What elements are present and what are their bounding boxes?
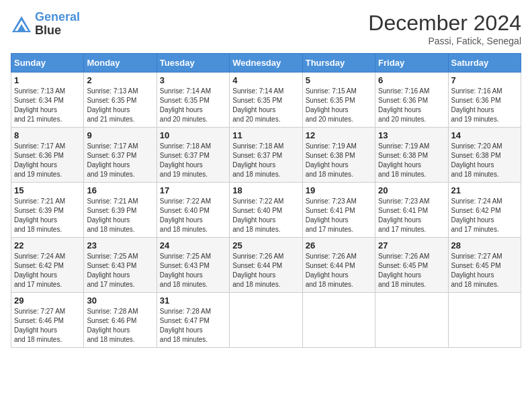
weekday-header-thursday: Thursday	[302, 54, 375, 73]
calendar-cell	[230, 293, 302, 348]
calendar-cell: 31 Sunrise: 7:28 AM Sunset: 6:47 PM Dayl…	[157, 293, 229, 348]
day-number: 25	[232, 240, 299, 250]
calendar-table: SundayMondayTuesdayWednesdayThursdayFrid…	[11, 53, 521, 348]
day-number: 4	[232, 75, 299, 85]
day-info: Sunrise: 7:14 AM Sunset: 6:35 PM Dayligh…	[232, 87, 299, 124]
calendar-week-3: 15 Sunrise: 7:21 AM Sunset: 6:39 PM Dayl…	[11, 183, 521, 238]
day-info: Sunrise: 7:25 AM Sunset: 6:43 PM Dayligh…	[87, 252, 153, 289]
calendar-cell	[302, 293, 375, 348]
calendar-cell: 13 Sunrise: 7:19 AM Sunset: 6:38 PM Dayl…	[375, 128, 448, 183]
calendar-cell: 22 Sunrise: 7:24 AM Sunset: 6:42 PM Dayl…	[11, 238, 84, 293]
calendar-header-row: SundayMondayTuesdayWednesdayThursdayFrid…	[11, 54, 521, 73]
day-info: Sunrise: 7:21 AM Sunset: 6:39 PM Dayligh…	[87, 197, 153, 234]
calendar-cell: 7 Sunrise: 7:16 AM Sunset: 6:36 PM Dayli…	[448, 73, 521, 128]
day-number: 10	[160, 130, 226, 140]
day-info: Sunrise: 7:28 AM Sunset: 6:47 PM Dayligh…	[160, 307, 226, 345]
weekday-header-saturday: Saturday	[448, 54, 521, 73]
day-number: 21	[451, 185, 518, 195]
calendar-cell: 19 Sunrise: 7:23 AM Sunset: 6:41 PM Dayl…	[302, 183, 375, 238]
day-info: Sunrise: 7:22 AM Sunset: 6:40 PM Dayligh…	[232, 197, 299, 234]
day-info: Sunrise: 7:19 AM Sunset: 6:38 PM Dayligh…	[306, 142, 372, 179]
calendar-cell: 10 Sunrise: 7:18 AM Sunset: 6:37 PM Dayl…	[157, 128, 229, 183]
calendar-cell: 11 Sunrise: 7:18 AM Sunset: 6:37 PM Dayl…	[230, 128, 302, 183]
day-number: 12	[306, 130, 372, 140]
day-number: 19	[306, 185, 372, 195]
day-info: Sunrise: 7:20 AM Sunset: 6:38 PM Dayligh…	[451, 142, 518, 179]
calendar-cell: 25 Sunrise: 7:26 AM Sunset: 6:44 PM Dayl…	[230, 238, 302, 293]
day-number: 1	[14, 75, 81, 85]
day-number: 2	[87, 75, 153, 85]
calendar-cell: 4 Sunrise: 7:14 AM Sunset: 6:35 PM Dayli…	[230, 73, 302, 128]
calendar-cell: 21 Sunrise: 7:24 AM Sunset: 6:42 PM Dayl…	[448, 183, 521, 238]
title-section: December 2024 Passi, Fatick, Senegal	[368, 11, 521, 46]
day-number: 11	[232, 130, 299, 140]
calendar-cell: 2 Sunrise: 7:13 AM Sunset: 6:35 PM Dayli…	[84, 73, 157, 128]
day-info: Sunrise: 7:14 AM Sunset: 6:35 PM Dayligh…	[160, 87, 226, 124]
day-info: Sunrise: 7:27 AM Sunset: 6:46 PM Dayligh…	[14, 307, 81, 345]
day-number: 8	[14, 130, 81, 140]
day-number: 3	[160, 75, 226, 85]
day-info: Sunrise: 7:16 AM Sunset: 6:36 PM Dayligh…	[378, 87, 445, 124]
day-number: 30	[87, 295, 153, 306]
logo: General Blue	[11, 11, 80, 38]
day-number: 9	[87, 130, 153, 140]
day-number: 5	[306, 75, 372, 85]
day-number: 16	[87, 185, 153, 195]
calendar-cell: 29 Sunrise: 7:27 AM Sunset: 6:46 PM Dayl…	[11, 293, 84, 348]
day-info: Sunrise: 7:26 AM Sunset: 6:44 PM Dayligh…	[306, 252, 372, 289]
day-info: Sunrise: 7:17 AM Sunset: 6:36 PM Dayligh…	[14, 142, 81, 179]
day-number: 27	[378, 240, 445, 250]
calendar-cell: 8 Sunrise: 7:17 AM Sunset: 6:36 PM Dayli…	[11, 128, 84, 183]
day-info: Sunrise: 7:17 AM Sunset: 6:37 PM Dayligh…	[87, 142, 153, 179]
weekday-header-friday: Friday	[375, 54, 448, 73]
day-number: 13	[378, 130, 445, 140]
day-number: 14	[451, 130, 518, 140]
day-number: 28	[451, 240, 518, 250]
day-info: Sunrise: 7:13 AM Sunset: 6:34 PM Dayligh…	[14, 87, 81, 124]
calendar-cell: 16 Sunrise: 7:21 AM Sunset: 6:39 PM Dayl…	[84, 183, 157, 238]
day-info: Sunrise: 7:24 AM Sunset: 6:42 PM Dayligh…	[451, 197, 518, 234]
weekday-header-wednesday: Wednesday	[230, 54, 302, 73]
day-info: Sunrise: 7:23 AM Sunset: 6:41 PM Dayligh…	[378, 197, 445, 234]
day-number: 26	[306, 240, 372, 250]
day-info: Sunrise: 7:18 AM Sunset: 6:37 PM Dayligh…	[232, 142, 299, 179]
calendar-cell: 6 Sunrise: 7:16 AM Sunset: 6:36 PM Dayli…	[375, 73, 448, 128]
day-info: Sunrise: 7:16 AM Sunset: 6:36 PM Dayligh…	[451, 87, 518, 124]
calendar-cell: 24 Sunrise: 7:25 AM Sunset: 6:43 PM Dayl…	[157, 238, 229, 293]
day-number: 24	[160, 240, 226, 250]
calendar-cell	[375, 293, 448, 348]
day-number: 18	[232, 185, 299, 195]
calendar-week-5: 29 Sunrise: 7:27 AM Sunset: 6:46 PM Dayl…	[11, 293, 521, 348]
calendar-week-2: 8 Sunrise: 7:17 AM Sunset: 6:36 PM Dayli…	[11, 128, 521, 183]
weekday-header-tuesday: Tuesday	[157, 54, 229, 73]
calendar-week-4: 22 Sunrise: 7:24 AM Sunset: 6:42 PM Dayl…	[11, 238, 521, 293]
day-info: Sunrise: 7:19 AM Sunset: 6:38 PM Dayligh…	[378, 142, 445, 179]
day-info: Sunrise: 7:13 AM Sunset: 6:35 PM Dayligh…	[87, 87, 153, 124]
calendar-cell: 3 Sunrise: 7:14 AM Sunset: 6:35 PM Dayli…	[157, 73, 229, 128]
day-info: Sunrise: 7:28 AM Sunset: 6:46 PM Dayligh…	[87, 307, 153, 345]
calendar-cell: 26 Sunrise: 7:26 AM Sunset: 6:44 PM Dayl…	[302, 238, 375, 293]
day-info: Sunrise: 7:25 AM Sunset: 6:43 PM Dayligh…	[160, 252, 226, 289]
calendar-cell: 1 Sunrise: 7:13 AM Sunset: 6:34 PM Dayli…	[11, 73, 84, 128]
day-info: Sunrise: 7:24 AM Sunset: 6:42 PM Dayligh…	[14, 252, 81, 289]
day-number: 22	[14, 240, 81, 250]
day-info: Sunrise: 7:21 AM Sunset: 6:39 PM Dayligh…	[14, 197, 81, 234]
day-info: Sunrise: 7:27 AM Sunset: 6:45 PM Dayligh…	[451, 252, 518, 289]
calendar-cell: 20 Sunrise: 7:23 AM Sunset: 6:41 PM Dayl…	[375, 183, 448, 238]
calendar-cell: 28 Sunrise: 7:27 AM Sunset: 6:45 PM Dayl…	[448, 238, 521, 293]
calendar-cell: 17 Sunrise: 7:22 AM Sunset: 6:40 PM Dayl…	[157, 183, 229, 238]
day-info: Sunrise: 7:26 AM Sunset: 6:45 PM Dayligh…	[378, 252, 445, 289]
calendar-cell: 27 Sunrise: 7:26 AM Sunset: 6:45 PM Dayl…	[375, 238, 448, 293]
location: Passi, Fatick, Senegal	[368, 36, 521, 46]
month-title: December 2024	[368, 11, 521, 36]
day-number: 17	[160, 185, 226, 195]
day-info: Sunrise: 7:22 AM Sunset: 6:40 PM Dayligh…	[160, 197, 226, 234]
calendar-cell	[448, 293, 521, 348]
day-number: 20	[378, 185, 445, 195]
day-number: 31	[160, 295, 226, 306]
page-header: General Blue December 2024 Passi, Fatick…	[11, 11, 521, 46]
calendar-cell: 12 Sunrise: 7:19 AM Sunset: 6:38 PM Dayl…	[302, 128, 375, 183]
weekday-header-monday: Monday	[84, 54, 157, 73]
day-info: Sunrise: 7:23 AM Sunset: 6:41 PM Dayligh…	[306, 197, 372, 234]
calendar-cell: 18 Sunrise: 7:22 AM Sunset: 6:40 PM Dayl…	[230, 183, 302, 238]
